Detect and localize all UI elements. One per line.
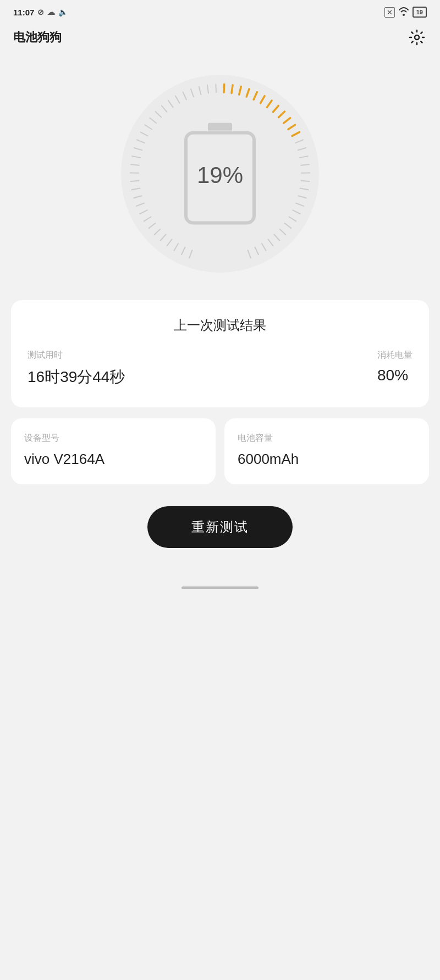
svg-line-48 bbox=[301, 181, 309, 181]
status-bar: 11:07 ⊘ ☁ 🔈 ✕ 19 bbox=[0, 0, 440, 22]
consumption-label: 消耗电量 bbox=[377, 350, 413, 361]
cloud-icon: ☁ bbox=[47, 8, 55, 16]
model-label: 设备型号 bbox=[24, 433, 202, 444]
svg-line-21 bbox=[150, 118, 156, 123]
svg-line-23 bbox=[162, 106, 167, 112]
duration-item: 测试用时 16时39分44秒 bbox=[28, 350, 125, 387]
settings-button[interactable] bbox=[407, 27, 427, 47]
svg-line-58 bbox=[262, 243, 266, 251]
svg-line-5 bbox=[161, 235, 166, 241]
svg-line-51 bbox=[296, 203, 304, 206]
svg-line-38 bbox=[273, 106, 278, 112]
svg-line-44 bbox=[298, 148, 306, 150]
svg-line-60 bbox=[248, 250, 251, 258]
battery-icon: 19% bbox=[182, 123, 258, 225]
svg-line-33 bbox=[239, 87, 241, 95]
capacity-label: 电池容量 bbox=[238, 433, 416, 444]
results-title: 上一次测试结果 bbox=[28, 317, 413, 334]
svg-line-50 bbox=[298, 196, 306, 198]
consumption-item: 消耗电量 80% bbox=[377, 350, 413, 387]
svg-point-0 bbox=[415, 35, 419, 40]
svg-line-32 bbox=[232, 85, 233, 93]
svg-line-35 bbox=[254, 92, 257, 100]
svg-line-20 bbox=[145, 125, 152, 129]
model-value: vivo V2164A bbox=[24, 451, 202, 468]
svg-line-1 bbox=[189, 250, 192, 258]
svg-line-39 bbox=[279, 112, 285, 117]
svg-line-6 bbox=[155, 229, 161, 235]
svg-line-25 bbox=[175, 96, 179, 103]
battery-icon-status: 19 bbox=[413, 7, 427, 18]
wifi-icon bbox=[398, 7, 409, 18]
svg-line-18 bbox=[137, 140, 145, 143]
svg-line-30 bbox=[216, 84, 216, 92]
svg-line-55 bbox=[279, 229, 285, 235]
svg-line-15 bbox=[131, 164, 139, 165]
consumption-value: 80% bbox=[377, 367, 413, 384]
svg-line-34 bbox=[246, 89, 249, 97]
svg-line-56 bbox=[274, 235, 279, 241]
battery-tip bbox=[208, 123, 232, 131]
volume-icon: 🔈 bbox=[58, 8, 68, 16]
alarm-icon: ⊘ bbox=[37, 8, 44, 16]
svg-line-29 bbox=[207, 85, 208, 93]
results-card: 上一次测试结果 测试用时 16时39分44秒 消耗电量 80% bbox=[11, 300, 429, 407]
svg-line-49 bbox=[300, 189, 309, 190]
duration-label: 测试用时 bbox=[28, 350, 125, 361]
duration-value: 16时39分44秒 bbox=[28, 367, 125, 387]
svg-line-24 bbox=[168, 101, 173, 107]
device-row: 设备型号 vivo V2164A 电池容量 6000mAh bbox=[11, 418, 429, 484]
svg-line-7 bbox=[149, 223, 156, 228]
svg-line-13 bbox=[131, 181, 139, 181]
svg-line-19 bbox=[141, 132, 148, 136]
button-area: 重新测试 bbox=[0, 506, 440, 581]
battery-section: 19% bbox=[0, 58, 440, 300]
battery-circle: 19% bbox=[121, 75, 319, 273]
svg-line-31 bbox=[224, 84, 224, 92]
svg-line-45 bbox=[300, 156, 308, 158]
svg-line-59 bbox=[255, 247, 258, 255]
svg-line-41 bbox=[288, 125, 295, 129]
svg-line-16 bbox=[132, 156, 140, 158]
capacity-value: 6000mAh bbox=[238, 451, 416, 468]
svg-line-57 bbox=[268, 239, 273, 246]
svg-line-40 bbox=[284, 118, 290, 123]
top-bar: 电池狗狗 bbox=[0, 22, 440, 58]
svg-line-28 bbox=[199, 87, 201, 95]
home-indicator bbox=[0, 581, 440, 600]
status-time: 11:07 bbox=[13, 8, 34, 17]
battery-icon-wrapper: 19% bbox=[182, 123, 258, 225]
app-title: 电池狗狗 bbox=[13, 29, 62, 46]
model-card: 设备型号 vivo V2164A bbox=[11, 418, 216, 484]
svg-line-22 bbox=[156, 112, 162, 117]
svg-line-2 bbox=[182, 247, 185, 255]
svg-line-8 bbox=[144, 217, 151, 222]
svg-line-46 bbox=[301, 164, 309, 165]
svg-line-9 bbox=[140, 210, 147, 214]
svg-line-52 bbox=[293, 210, 300, 214]
battery-percentage: 19% bbox=[197, 162, 243, 188]
status-left: 11:07 ⊘ ☁ 🔈 bbox=[13, 8, 68, 17]
capacity-card: 电池容量 6000mAh bbox=[224, 418, 429, 484]
status-right: ✕ 19 bbox=[384, 7, 427, 18]
home-bar bbox=[182, 586, 258, 589]
svg-line-11 bbox=[134, 196, 141, 198]
results-row: 测试用时 16时39分44秒 消耗电量 80% bbox=[28, 350, 413, 387]
svg-line-42 bbox=[292, 132, 299, 136]
svg-line-4 bbox=[167, 239, 172, 246]
svg-line-43 bbox=[295, 140, 303, 143]
nosim-icon: ✕ bbox=[384, 7, 395, 18]
retest-button[interactable]: 重新测试 bbox=[147, 506, 293, 548]
svg-line-17 bbox=[134, 148, 142, 150]
svg-line-26 bbox=[183, 92, 186, 100]
svg-line-27 bbox=[191, 89, 194, 97]
svg-line-37 bbox=[267, 101, 272, 107]
svg-line-36 bbox=[261, 96, 265, 103]
svg-line-54 bbox=[284, 223, 291, 228]
svg-line-3 bbox=[174, 243, 178, 251]
svg-line-10 bbox=[136, 203, 144, 206]
svg-line-53 bbox=[289, 217, 296, 222]
svg-line-12 bbox=[132, 189, 140, 190]
